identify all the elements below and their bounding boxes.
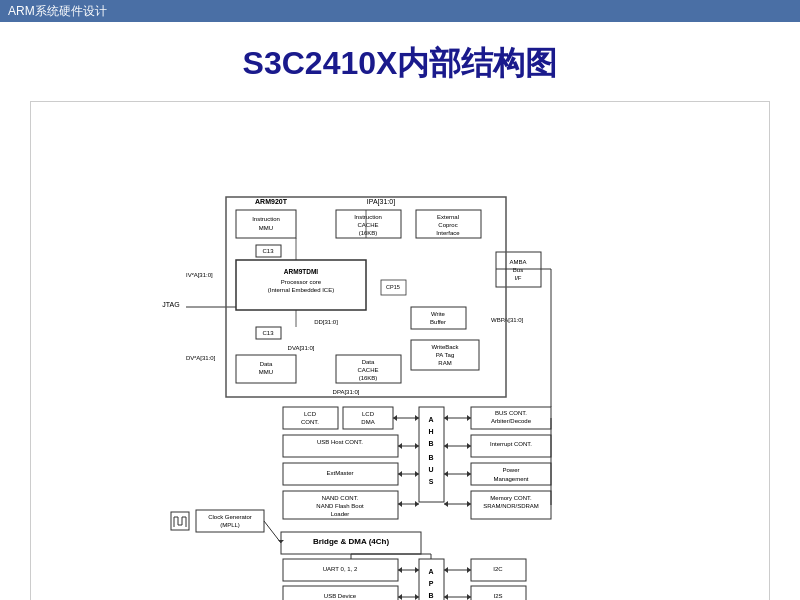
svg-text:MMU: MMU <box>259 369 273 375</box>
diagram-container: ARM920T IPA[31:0] Instruction MMU C13 In… <box>30 101 770 600</box>
svg-text:(16KB): (16KB) <box>359 230 378 236</box>
svg-text:A: A <box>428 416 433 423</box>
svg-text:Write: Write <box>431 311 446 317</box>
svg-marker-102 <box>467 443 471 449</box>
svg-text:USB Device: USB Device <box>324 593 357 599</box>
svg-text:MMU: MMU <box>259 225 273 231</box>
svg-text:DMA: DMA <box>361 419 374 425</box>
svg-text:P: P <box>429 580 434 587</box>
svg-text:C13: C13 <box>262 248 274 254</box>
svg-text:Interface: Interface <box>436 230 460 236</box>
svg-text:C13: C13 <box>262 330 274 336</box>
svg-marker-157 <box>398 594 402 600</box>
svg-marker-171 <box>467 567 471 573</box>
svg-text:Power: Power <box>502 467 519 473</box>
svg-text:CP15: CP15 <box>386 284 400 290</box>
svg-marker-153 <box>415 567 419 573</box>
svg-text:LCD: LCD <box>362 411 375 417</box>
svg-text:WBPA[31:0]: WBPA[31:0] <box>491 317 524 323</box>
svg-text:Data: Data <box>260 361 273 367</box>
svg-marker-94 <box>398 471 402 477</box>
svg-marker-106 <box>444 471 448 477</box>
svg-rect-2 <box>236 210 296 238</box>
svg-marker-172 <box>444 567 448 573</box>
top-bar: ARM系统硬件设计 <box>0 0 800 22</box>
svg-text:A: A <box>428 568 433 575</box>
svg-marker-175 <box>444 594 448 600</box>
svg-text:(Internal Embedded ICE): (Internal Embedded ICE) <box>268 287 334 293</box>
svg-text:CACHE: CACHE <box>357 367 378 373</box>
svg-text:DV²A[31:0]: DV²A[31:0] <box>186 355 216 361</box>
svg-text:Arbiter/Decode: Arbiter/Decode <box>491 418 532 424</box>
svg-text:Bus: Bus <box>513 267 523 273</box>
svg-text:Instruction: Instruction <box>252 216 280 222</box>
svg-text:NAND Flash Boot: NAND Flash Boot <box>316 503 364 509</box>
svg-marker-96 <box>415 501 419 507</box>
svg-line-116 <box>264 521 281 543</box>
svg-text:B: B <box>428 454 433 461</box>
svg-marker-174 <box>467 594 471 600</box>
svg-text:DVA[31:0]: DVA[31:0] <box>288 345 315 351</box>
svg-marker-91 <box>398 443 402 449</box>
svg-marker-108 <box>467 501 471 507</box>
svg-text:B: B <box>428 440 433 447</box>
svg-text:PA Tag: PA Tag <box>436 352 454 358</box>
svg-marker-109 <box>444 501 448 507</box>
svg-text:ARM9TDMI: ARM9TDMI <box>284 268 318 275</box>
svg-text:Clock Generator: Clock Generator <box>208 514 252 520</box>
svg-marker-99 <box>467 415 471 421</box>
svg-text:Coproc: Coproc <box>438 222 457 228</box>
svg-text:NAND CONT.: NAND CONT. <box>322 495 359 501</box>
svg-text:S: S <box>429 478 434 485</box>
svg-text:I2C: I2C <box>493 566 503 572</box>
svg-text:CACHE: CACHE <box>357 222 378 228</box>
svg-text:Loader: Loader <box>331 511 350 517</box>
svg-text:RAM: RAM <box>438 360 451 366</box>
svg-text:H: H <box>428 428 433 435</box>
svg-text:WriteBack: WriteBack <box>431 344 459 350</box>
svg-marker-103 <box>444 443 448 449</box>
svg-marker-87 <box>415 415 419 421</box>
svg-marker-93 <box>415 471 419 477</box>
svg-text:Instruction: Instruction <box>354 214 382 220</box>
svg-marker-154 <box>398 567 402 573</box>
svg-marker-100 <box>444 415 448 421</box>
svg-marker-88 <box>393 415 397 421</box>
svg-text:External: External <box>437 214 459 220</box>
svg-text:Data: Data <box>362 359 375 365</box>
svg-text:AMBA: AMBA <box>509 259 526 265</box>
svg-text:LCD: LCD <box>304 411 317 417</box>
svg-text:DPA[31:0]: DPA[31:0] <box>333 389 360 395</box>
svg-text:CONT.: CONT. <box>301 419 319 425</box>
svg-text:Memory CONT.: Memory CONT. <box>490 495 532 501</box>
svg-text:Buffer: Buffer <box>430 319 446 325</box>
svg-text:SRAM/NOR/SDRAM: SRAM/NOR/SDRAM <box>483 503 539 509</box>
svg-text:USB Host CONT.: USB Host CONT. <box>317 439 363 445</box>
svg-text:IV²A[31:0]: IV²A[31:0] <box>186 272 213 278</box>
svg-text:U: U <box>428 466 433 473</box>
svg-text:ARM920T: ARM920T <box>255 198 288 205</box>
top-bar-title: ARM系统硬件设计 <box>8 3 107 20</box>
svg-text:DD[31:0]: DD[31:0] <box>314 319 338 325</box>
svg-text:IPA[31:0]: IPA[31:0] <box>367 198 395 206</box>
svg-text:Interrupt CONT.: Interrupt CONT. <box>490 441 532 447</box>
svg-text:JTAG: JTAG <box>162 301 179 308</box>
svg-text:I/F: I/F <box>515 275 522 281</box>
svg-text:Management: Management <box>493 476 528 482</box>
svg-text:Bridge & DMA (4Ch): Bridge & DMA (4Ch) <box>313 537 389 546</box>
svg-text:BUS CONT.: BUS CONT. <box>495 410 527 416</box>
svg-text:I2S: I2S <box>493 593 502 599</box>
svg-marker-156 <box>415 594 419 600</box>
svg-marker-105 <box>467 471 471 477</box>
main-title: S3C2410X内部结构图 <box>243 42 558 86</box>
svg-text:ExtMaster: ExtMaster <box>326 470 353 476</box>
block-diagram: ARM920T IPA[31:0] Instruction MMU C13 In… <box>41 112 761 600</box>
svg-text:B: B <box>428 592 433 599</box>
svg-marker-97 <box>398 501 402 507</box>
svg-text:(MPLL): (MPLL) <box>220 522 240 528</box>
svg-text:(16KB): (16KB) <box>359 375 378 381</box>
svg-text:UART 0, 1, 2: UART 0, 1, 2 <box>323 566 358 572</box>
svg-marker-90 <box>415 443 419 449</box>
svg-text:Processor core: Processor core <box>281 279 322 285</box>
content-area: S3C2410X内部结构图 ARM920T IPA[31:0] Instruct… <box>0 22 800 600</box>
